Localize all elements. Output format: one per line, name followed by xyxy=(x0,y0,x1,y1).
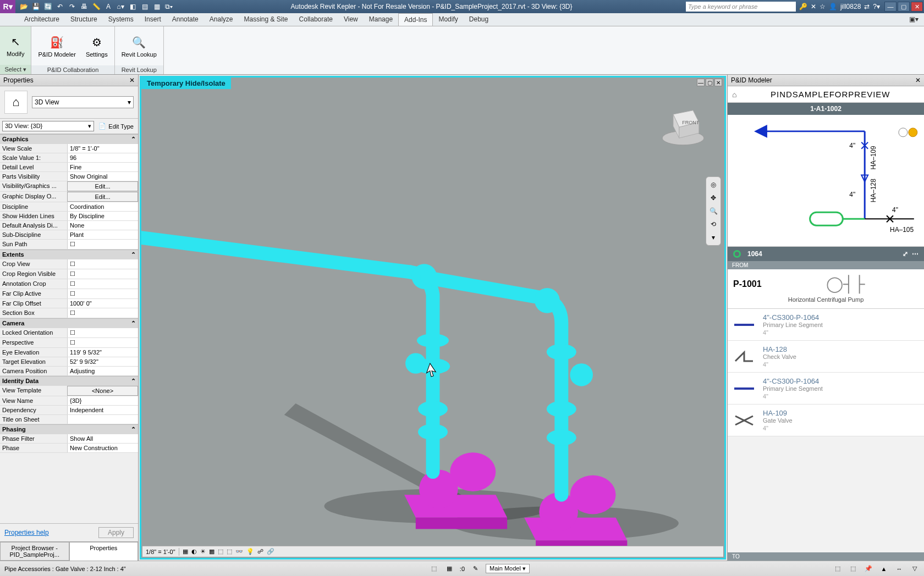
ribbon-collapse-icon[interactable]: ▣▾ xyxy=(904,13,924,26)
revit-lookup-button[interactable]: 🔍Revit Lookup xyxy=(119,34,159,59)
pid-item[interactable]: 4"-CS300-P-1064Primary Line Segment4" xyxy=(728,309,924,341)
apply-button[interactable]: Apply xyxy=(98,527,134,538)
prop-category[interactable]: Identity Data⌃ xyxy=(0,376,138,386)
orbit-icon[interactable]: ⟲ xyxy=(707,219,719,230)
prop-value[interactable]: 1/8" = 1'-0" xyxy=(67,144,138,153)
reveal-icon[interactable]: 💡 xyxy=(246,548,254,555)
tab-analyze[interactable]: Analyze xyxy=(204,13,239,26)
editable-icon[interactable]: ✎ xyxy=(470,564,480,574)
prop-value[interactable]: Fine xyxy=(67,163,138,171)
exchange-icon[interactable]: ✕ xyxy=(811,3,816,10)
prop-value[interactable] xyxy=(67,328,138,337)
type-selector[interactable]: 3D View ▾ xyxy=(32,96,134,108)
prop-value[interactable] xyxy=(67,308,138,318)
crop-icon[interactable]: ⬚ xyxy=(227,548,232,555)
zoom-icon[interactable]: 🔍 xyxy=(707,206,719,217)
prop-value[interactable]: Coordination xyxy=(67,202,138,211)
sync-icon[interactable]: 🔄 xyxy=(43,2,53,12)
model-combo[interactable]: Main Model ▾ xyxy=(486,564,530,573)
prop-value[interactable]: 1000' 0" xyxy=(67,299,138,308)
select-links-icon[interactable]: ⬚ xyxy=(833,564,843,574)
group-label-select[interactable]: Select ▾ xyxy=(0,65,31,74)
user-icon[interactable]: 👤 xyxy=(829,3,837,10)
tab-insert[interactable]: Insert xyxy=(139,13,167,26)
prop-category[interactable]: Extents⌃ xyxy=(0,250,138,259)
comm-icon[interactable]: ⇄ xyxy=(864,3,870,10)
constraints-icon[interactable]: 🔗 xyxy=(267,548,274,555)
pid-modeler-button[interactable]: ⛽P&ID Modeler xyxy=(36,34,78,59)
render-icon[interactable]: ⬚ xyxy=(218,548,223,555)
visual-style-icon[interactable]: ◐ xyxy=(191,548,197,555)
select-pinned-icon[interactable]: 📌 xyxy=(864,564,873,574)
prop-value[interactable] xyxy=(67,259,138,269)
section-icon[interactable]: ◧ xyxy=(128,2,138,12)
pump-block[interactable]: P-1001 ◯┤├ Horizontal Centrifugal Pump xyxy=(728,269,924,309)
home-icon[interactable]: ⌂ xyxy=(732,90,736,99)
prop-value[interactable] xyxy=(67,269,138,279)
view-scale[interactable]: 1/8" = 1'-0" xyxy=(146,549,175,555)
prop-category[interactable]: Graphics⌃ xyxy=(0,134,138,144)
pid-item[interactable]: HA-128Check Valve4" xyxy=(728,341,924,373)
close-hidden-icon[interactable]: ▦ xyxy=(152,2,162,12)
line-expand-icon[interactable]: ⤢ xyxy=(903,250,908,258)
tab-debug[interactable]: Debug xyxy=(464,13,494,26)
prop-value[interactable]: New Construction xyxy=(67,444,138,452)
modify-button[interactable]: ↖Modify xyxy=(4,33,26,58)
properties-help-link[interactable]: Properties help xyxy=(4,529,49,536)
search-input[interactable]: Type a keyword or phrase xyxy=(686,2,796,12)
edit-type-button[interactable]: 📄Edit Type xyxy=(96,121,136,131)
tab-properties[interactable]: Properties xyxy=(69,542,139,561)
select-face-icon[interactable]: ▲ xyxy=(879,564,889,574)
prop-value[interactable]: Show All xyxy=(67,434,138,443)
prop-value[interactable]: {3D} xyxy=(67,396,138,405)
maximize-button[interactable]: ▢ xyxy=(898,2,910,12)
pid-line-row[interactable]: 1064 ⤢ ⋯ xyxy=(728,247,924,261)
select-underlay-icon[interactable]: ⬚ xyxy=(848,564,858,574)
prop-value[interactable] xyxy=(67,240,138,249)
minimize-button[interactable]: — xyxy=(884,2,897,12)
prop-value[interactable]: <None> xyxy=(67,386,138,396)
pid-item[interactable]: HA-109Gate Valve4" xyxy=(728,405,924,436)
viewcube[interactable]: FRONT xyxy=(658,99,708,149)
shadows-icon[interactable]: ▩ xyxy=(209,548,215,555)
tab-addins[interactable]: Add-Ins xyxy=(398,13,433,26)
tab-annotate[interactable]: Annotate xyxy=(167,13,204,26)
close-button[interactable]: ✕ xyxy=(911,2,923,12)
prop-value[interactable]: Independent xyxy=(67,406,138,414)
drag-icon[interactable]: ↔ xyxy=(894,564,904,574)
favorite-icon[interactable]: ☆ xyxy=(820,3,826,10)
app-menu-button[interactable]: R▾ xyxy=(0,0,15,13)
tab-architecture[interactable]: Architecture xyxy=(19,13,65,26)
prop-value[interactable]: Plant xyxy=(67,230,138,239)
tab-modify[interactable]: Modify xyxy=(433,13,463,26)
3d-icon[interactable]: ⌂▾ xyxy=(116,2,125,12)
prop-value[interactable]: Edit... xyxy=(67,181,138,191)
nav-more-icon[interactable]: ▾ xyxy=(707,232,719,243)
pid-settings-button[interactable]: ⚙Settings xyxy=(84,34,110,59)
undo-icon[interactable]: ↶ xyxy=(55,2,65,12)
worksets-icon[interactable]: ▦ xyxy=(444,564,454,574)
pid-close-icon[interactable]: ✕ xyxy=(915,76,921,84)
signin-icon[interactable]: 🔑 xyxy=(799,3,807,10)
pid-item[interactable]: 4"-CS300-P-1064Primary Line Segment4" xyxy=(728,373,924,405)
pan-icon[interactable]: ✥ xyxy=(707,192,719,203)
tab-massing[interactable]: Massing & Site xyxy=(239,13,294,26)
tab-structure[interactable]: Structure xyxy=(65,13,103,26)
print-icon[interactable]: 🖶 xyxy=(79,2,89,12)
prop-value[interactable] xyxy=(67,279,138,289)
prop-category[interactable]: Phasing⌃ xyxy=(0,424,138,434)
prop-value[interactable]: 52' 9 9/32" xyxy=(67,357,138,366)
worksharing-icon[interactable]: ☍ xyxy=(257,548,263,555)
prop-value[interactable]: 119' 9 5/32" xyxy=(67,348,138,357)
prop-value[interactable]: Edit... xyxy=(67,192,138,202)
tab-project-browser[interactable]: Project Browser - PID_SampleProj... xyxy=(0,542,69,561)
filter-icon[interactable]: ▽ xyxy=(910,564,920,574)
open-icon[interactable]: 📂 xyxy=(19,2,29,12)
instance-combo[interactable]: 3D View: {3D}▾ xyxy=(2,121,94,131)
sunpath-icon[interactable]: ☀ xyxy=(200,548,206,555)
prop-value[interactable] xyxy=(67,338,138,347)
measure-icon[interactable]: 📏 xyxy=(91,2,101,12)
line-menu-icon[interactable]: ⋯ xyxy=(912,250,919,258)
switch-win-icon[interactable]: ⧉▾ xyxy=(164,2,174,12)
prop-value[interactable] xyxy=(67,289,138,298)
